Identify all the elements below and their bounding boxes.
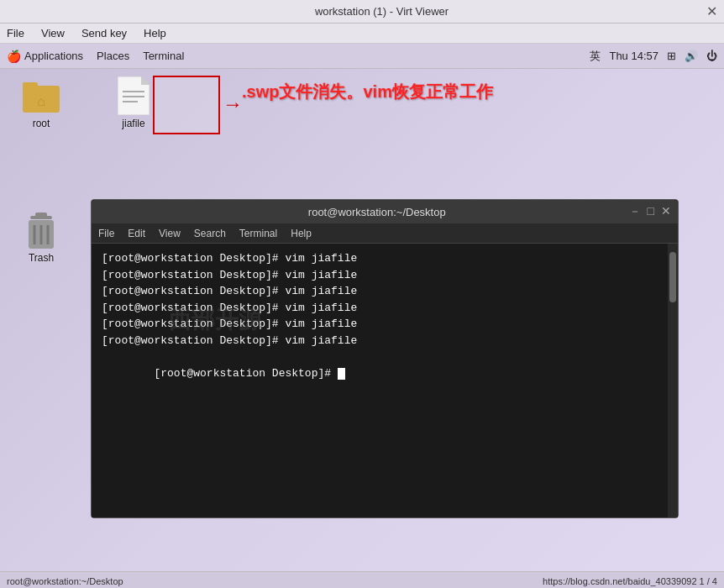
folder-icon: ⌂ <box>21 76 61 116</box>
annotation-box <box>153 76 220 134</box>
status-info: https://blog.csdn.net/baidu_40339092 1 /… <box>543 576 717 586</box>
root-icon-label: root <box>33 118 50 129</box>
status-bar: root@workstation:~/Desktop https://blog.… <box>0 571 724 588</box>
close-button[interactable]: ✕ <box>706 3 717 19</box>
terminal-line-3: [root@workstation Desktop]# vim jiafile <box>102 283 668 300</box>
terminal-close-button[interactable]: ✕ <box>661 204 671 219</box>
terminal-menubar: File Edit View Search Terminal Help <box>92 223 678 244</box>
menu-help[interactable]: Help <box>140 25 170 41</box>
svg-rect-9 <box>35 213 47 218</box>
terminal-line-7: [root@workstation Desktop]# <box>102 349 668 398</box>
terminal-window: root@workstation:~/Desktop － □ ✕ File Ed… <box>91 199 679 518</box>
annotation-arrow: → <box>223 92 243 116</box>
taskbar-time: Thu 14:57 <box>609 50 658 62</box>
taskbar-right: 英 Thu 14:57 ⊞ 🔊 ⏻ <box>590 49 717 64</box>
taskbar-left: 🍎 Applications Places Terminal <box>7 50 184 63</box>
desktop-icon-root[interactable]: ⌂ root <box>12 76 71 129</box>
terminal-menu-terminal[interactable]: Terminal <box>239 228 277 239</box>
window-title: workstation (1) - Virt Viewer <box>57 5 706 18</box>
terminal-line-6: [root@workstation Desktop]# vim jiafile <box>102 333 668 349</box>
menu-file[interactable]: File <box>3 25 28 41</box>
taskbar-power-icon: ⏻ <box>706 50 717 62</box>
desktop-icon-trash[interactable]: Trash <box>12 210 71 264</box>
terminal-cursor <box>338 368 345 380</box>
desktop: ⌂ root jiafile <box>0 69 724 571</box>
terminal-titlebar: root@workstation:~/Desktop － □ ✕ <box>92 200 678 223</box>
status-path: root@workstation:~/Desktop <box>7 576 123 586</box>
taskbar-lang: 英 <box>590 49 601 64</box>
terminal-line-5: [root@workstation Desktop]# vim jiafile <box>102 316 668 333</box>
terminal-menu-file[interactable]: File <box>98 228 114 239</box>
terminal-maximize-button[interactable]: □ <box>648 204 654 219</box>
taskbar-network-icon: ⊞ <box>667 50 676 62</box>
terminal-menu-view[interactable]: View <box>159 228 181 239</box>
menu-sendkey[interactable]: Send key <box>78 25 130 41</box>
terminal-scrollthumb[interactable] <box>669 252 676 302</box>
file-icon <box>113 76 154 116</box>
terminal-scrollbar[interactable] <box>668 244 678 517</box>
svg-marker-4 <box>141 76 150 85</box>
terminal-menu-help[interactable]: Help <box>291 228 312 239</box>
svg-rect-1 <box>23 82 38 89</box>
trash-icon-label: Trash <box>29 252 54 264</box>
terminal-minimize-button[interactable]: － <box>629 204 641 219</box>
terminal-menu-edit[interactable]: Edit <box>128 228 145 239</box>
terminal-line-1: [root@workstation Desktop]# vim jiafile <box>102 250 668 267</box>
taskbar-places[interactable]: Places <box>97 50 129 62</box>
terminal-title: root@workstation:~/Desktop <box>132 206 622 218</box>
menu-view[interactable]: View <box>38 25 68 41</box>
trash-icon <box>21 210 61 250</box>
taskbar: 🍎 Applications Places Terminal 英 Thu 14:… <box>0 44 724 69</box>
terminal-line-4: [root@workstation Desktop]# vim jiafile <box>102 300 668 317</box>
title-bar: workstation (1) - Virt Viewer ✕ <box>0 0 724 24</box>
taskbar-applications[interactable]: 🍎 Applications <box>7 50 83 63</box>
taskbar-volume-icon: 🔊 <box>685 50 698 62</box>
terminal-menu-search[interactable]: Search <box>194 228 226 239</box>
svg-text:⌂: ⌂ <box>37 94 45 108</box>
jiafile-icon-label: jiafile <box>122 118 144 129</box>
terminal-line-2: [root@workstation Desktop]# vim jiafile <box>102 267 668 284</box>
menu-bar: File View Send key Help <box>0 24 724 44</box>
annotation-text: .swp文件消失。vim恢复正常工作 <box>242 81 493 103</box>
taskbar-terminal[interactable]: Terminal <box>143 50 184 62</box>
terminal-body: [root@workstation Desktop]# vim jiafile … <box>92 244 678 517</box>
